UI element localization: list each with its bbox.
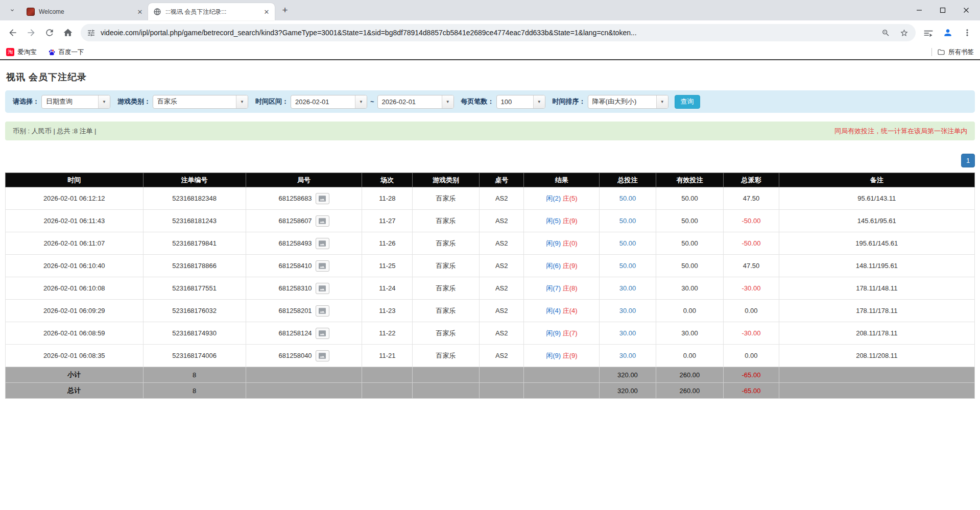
bookmark-star-icon[interactable]: [897, 26, 911, 39]
tab-close-icon[interactable]: ✕: [262, 8, 271, 16]
chevron-down-icon[interactable]: ▼: [442, 95, 453, 108]
date-from-value[interactable]: 2026-02-01: [291, 95, 355, 108]
cell-game-type: 百家乐: [413, 210, 480, 232]
time-range-label: 时间区间：: [255, 97, 289, 106]
cell-bet-id: 523168178866: [143, 255, 246, 277]
sort-dropdown[interactable]: 降幂(由大到小) ▼: [588, 95, 668, 109]
bet-table-body: 2026-02-01 06:12:12 523168182348 6812586…: [6, 187, 975, 367]
total-row: 总计 8 320.00 260.00 -65.00: [6, 383, 975, 399]
cell-round-id: 681258607: [246, 210, 362, 232]
col-game-type: 游戏类别: [413, 173, 480, 187]
site-info-icon[interactable]: [87, 29, 95, 37]
cell-note: 178.11/148.11: [779, 277, 974, 300]
chevron-down-icon[interactable]: ▼: [355, 95, 367, 108]
replay-image-icon: [319, 330, 326, 336]
date-from-dropdown[interactable]: 2026-02-01 ▼: [291, 95, 367, 109]
game-type-label: 游戏类别：: [117, 97, 151, 106]
media-controls-icon[interactable]: [920, 24, 937, 41]
cell-game-type: 百家乐: [413, 300, 480, 322]
bookmark-aitaobao[interactable]: 淘 爱淘宝: [6, 48, 37, 57]
all-bookmarks-button[interactable]: 所有书签: [937, 48, 974, 57]
per-page-dropdown[interactable]: 100 ▼: [496, 95, 545, 109]
round-detail-button[interactable]: [316, 283, 329, 294]
tab-bet-records[interactable]: :::视讯 会员下注纪录::: ✕: [148, 3, 275, 20]
sort-value[interactable]: 降幂(由大到小): [588, 95, 656, 108]
tab-close-icon[interactable]: ✕: [136, 8, 144, 16]
profile-avatar-icon[interactable]: [939, 24, 957, 41]
total-bet-link[interactable]: 50.00: [619, 195, 636, 202]
cell-round-id: 681258310: [246, 277, 362, 300]
zoom-icon[interactable]: [879, 26, 892, 39]
round-detail-button[interactable]: [316, 193, 329, 204]
close-window-button[interactable]: [954, 0, 978, 20]
cell-round-id: 681258493: [246, 232, 362, 255]
subtotal-total-bet: 320.00: [600, 367, 656, 383]
chevron-down-icon[interactable]: ▼: [656, 95, 668, 108]
sort-label: 时间排序：: [553, 97, 586, 106]
game-type-value[interactable]: 百家乐: [153, 95, 236, 108]
query-type-dropdown[interactable]: 日期查询 ▼: [41, 95, 110, 109]
cell-total-bet: 50.00: [600, 210, 656, 232]
chevron-down-icon[interactable]: ▼: [236, 95, 248, 108]
cell-valid-bet: 50.00: [656, 232, 724, 255]
chevron-down-icon[interactable]: ▼: [533, 95, 545, 108]
cell-payout: 0.00: [724, 300, 779, 322]
round-detail-button[interactable]: [316, 305, 329, 317]
total-bet-link[interactable]: 50.00: [619, 262, 636, 270]
cell-round-id: 681258410: [246, 255, 362, 277]
round-detail-button[interactable]: [316, 350, 329, 361]
total-bet-link[interactable]: 30.00: [619, 329, 636, 337]
replay-image-icon: [319, 308, 326, 314]
round-detail-button[interactable]: [316, 215, 329, 227]
result-player: 闲(9): [546, 329, 561, 337]
home-button[interactable]: [59, 24, 77, 41]
per-page-value[interactable]: 100: [497, 95, 533, 108]
col-note: 备注: [779, 173, 974, 187]
result-player: 闲(4): [546, 307, 561, 314]
round-detail-button[interactable]: [316, 328, 329, 339]
total-bet-link[interactable]: 30.00: [619, 352, 636, 359]
taobao-icon: 淘: [6, 48, 14, 56]
cell-round-id: 681258040: [246, 345, 362, 367]
new-tab-button[interactable]: +: [278, 3, 292, 17]
tab-welcome[interactable]: Welcome ✕: [21, 3, 148, 20]
maximize-button[interactable]: [931, 0, 954, 20]
round-detail-button[interactable]: [316, 238, 329, 249]
total-valid-bet: 260.00: [656, 383, 724, 399]
total-bet-link[interactable]: 30.00: [619, 307, 636, 314]
cell-time: 2026-02-01 06:10:40: [6, 255, 144, 277]
bookmark-label: 百度一下: [59, 48, 84, 57]
page-1-button[interactable]: 1: [961, 154, 975, 167]
result-player: 闲(9): [546, 239, 561, 247]
bookmark-baidu[interactable]: 百度一下: [48, 48, 84, 57]
cell-game-type: 百家乐: [413, 345, 480, 367]
table-row: 2026-02-01 06:11:43 523168181243 6812586…: [6, 210, 975, 232]
game-type-dropdown[interactable]: 百家乐 ▼: [153, 95, 248, 109]
result-player: 闲(5): [546, 217, 561, 225]
round-detail-button[interactable]: [316, 260, 329, 272]
chevron-down-icon[interactable]: ▼: [98, 95, 110, 108]
forward-button[interactable]: [22, 24, 40, 41]
total-bet-link[interactable]: 50.00: [619, 217, 636, 225]
total-bet-link[interactable]: 30.00: [619, 284, 636, 292]
tab-search-button[interactable]: [5, 3, 19, 17]
currency-summary: 币别 : 人民币 | 总共 :8 注单 |: [13, 127, 97, 136]
url-text[interactable]: videoie.com/ipl/portal.php/game/betrecor…: [101, 29, 874, 37]
date-to-value[interactable]: 2026-02-01: [378, 95, 442, 108]
total-total-bet: 320.00: [600, 383, 656, 399]
back-button[interactable]: [4, 24, 21, 41]
cell-result: 闲(2) 庄(5): [524, 187, 600, 210]
cell-total-bet: 30.00: [600, 277, 656, 300]
cell-payout: 47.50: [724, 255, 779, 277]
cell-result: 闲(7) 庄(8): [524, 277, 600, 300]
date-to-dropdown[interactable]: 2026-02-01 ▼: [377, 95, 454, 109]
table-header: 时间 注单编号 局号 场次 游戏类别 桌号 结果 总投注 有效投注 总派彩 备注: [6, 173, 975, 187]
address-bar[interactable]: videoie.com/ipl/portal.php/game/betrecor…: [81, 24, 916, 41]
query-type-value[interactable]: 日期查询: [42, 95, 98, 108]
search-button[interactable]: 查询: [675, 95, 700, 109]
browser-menu-icon[interactable]: [959, 24, 976, 41]
refresh-button[interactable]: [41, 24, 58, 41]
cell-table-no: AS2: [480, 277, 524, 300]
minimize-button[interactable]: [907, 0, 931, 20]
total-bet-link[interactable]: 50.00: [619, 239, 636, 247]
